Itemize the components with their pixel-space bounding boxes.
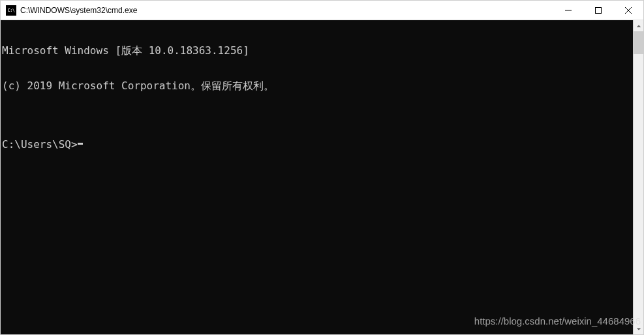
terminal-content[interactable]: Microsoft Windows [版本 10.0.18363.1256] (…: [1, 20, 633, 334]
vertical-scrollbar[interactable]: [633, 20, 643, 334]
close-button[interactable]: [613, 1, 643, 20]
titlebar[interactable]: C:\ C:\WINDOWS\system32\cmd.exe: [1, 1, 643, 20]
scroll-up-button[interactable]: [634, 20, 643, 31]
terminal-area: Microsoft Windows [版本 10.0.18363.1256] (…: [1, 20, 643, 334]
minimize-icon: [565, 7, 572, 14]
svg-rect-1: [596, 7, 602, 13]
scroll-down-button[interactable]: [634, 323, 643, 334]
close-icon: [625, 7, 632, 14]
terminal-output-line: Microsoft Windows [版本 10.0.18363.1256]: [2, 45, 632, 57]
scroll-track[interactable]: [634, 31, 643, 323]
chevron-down-icon: [636, 327, 641, 332]
cmd-window: C:\ C:\WINDOWS\system32\cmd.exe Microsof…: [0, 0, 644, 335]
scroll-thumb[interactable]: [634, 31, 643, 54]
cursor: [78, 143, 83, 145]
window-controls: [553, 1, 643, 20]
minimize-button[interactable]: [553, 1, 583, 20]
prompt-line: C:\Users\SQ>: [2, 139, 632, 151]
prompt-text: C:\Users\SQ>: [2, 139, 78, 151]
maximize-icon: [595, 7, 602, 14]
maximize-button[interactable]: [583, 1, 613, 20]
terminal-output-line: (c) 2019 Microsoft Corporation。保留所有权利。: [2, 80, 632, 92]
chevron-up-icon: [636, 23, 641, 29]
window-title: C:\WINDOWS\system32\cmd.exe: [20, 6, 553, 15]
cmd-icon: C:\: [6, 5, 16, 16]
